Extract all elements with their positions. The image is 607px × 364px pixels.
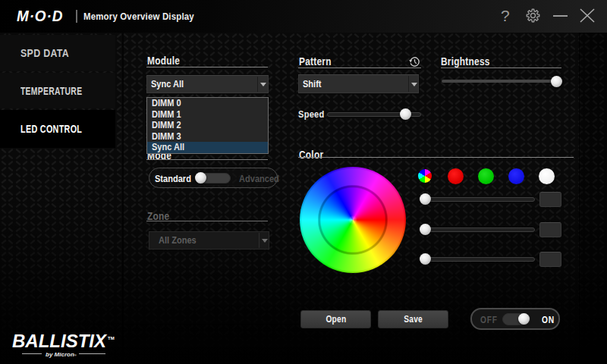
svg-text:TM: TM (108, 336, 115, 340)
svg-text:BALLISTIX: BALLISTIX (12, 331, 108, 351)
svg-text:by Micron®: by Micron® (46, 351, 77, 358)
